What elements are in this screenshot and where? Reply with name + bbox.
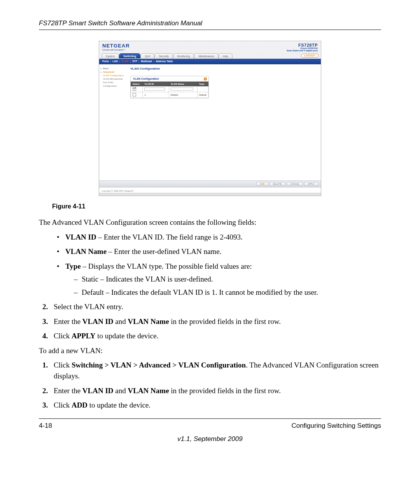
vlan-name-input[interactable] [171, 88, 193, 91]
figure-caption: Figure 4-11 [52, 203, 381, 210]
select-all-checkbox[interactable] [133, 87, 136, 91]
tab-help[interactable]: Help [219, 53, 233, 58]
footer-version: v1.1, September 2009 [39, 435, 381, 443]
subnav-lag[interactable]: LAG [112, 60, 118, 63]
step-a-2: Select the VLAN entry. [50, 301, 381, 312]
type-static: Static – Indicates the VLAN is user-defi… [74, 274, 381, 285]
primary-nav: System Switching QoS Security Monitoring… [99, 52, 321, 59]
table-input-row [131, 86, 208, 92]
page-title: VLAN Configuration [130, 67, 318, 70]
help-icon[interactable]: ? [204, 77, 207, 80]
cell-type: Default [197, 92, 208, 98]
intro-text: The Advanced VLAN Configuration screen c… [39, 217, 381, 228]
subnav-multicast[interactable]: Multicast [141, 60, 152, 63]
action-bar: ADD DELETE CANCEL APPLY [99, 180, 321, 187]
brand-area: NETGEAR Connect with Innovation™ [102, 43, 130, 51]
logout-button[interactable]: LOGOUT [301, 54, 318, 58]
type-default: Default – Indicates the default VLAN ID … [74, 287, 381, 298]
subnav-address-table[interactable]: Address Table [156, 60, 173, 63]
cell-vlan-name: Default [169, 92, 197, 98]
switch-ui-frame: NETGEAR Connect with Innovation™ FS728TP… [99, 41, 321, 196]
table-row: 1 Default Default [131, 92, 208, 98]
cell-vlan-id: 1 [143, 92, 169, 98]
subnav-ports[interactable]: Ports [102, 60, 109, 63]
brand-logo: NETGEAR [102, 43, 130, 49]
vlan-table: Select VLAN ID VLAN Name Type [131, 82, 208, 98]
document-body: The Advanced VLAN Configuration screen c… [39, 217, 381, 411]
model-desc-2: Smart Switch with 4 Gigabit ports [287, 50, 318, 52]
side-basic[interactable]: Basic [100, 67, 128, 70]
tab-system[interactable]: System [102, 53, 119, 58]
side-advanced[interactable]: Advanced [100, 70, 128, 74]
vlan-id-input[interactable] [144, 88, 165, 91]
delete-button[interactable]: DELETE [270, 182, 285, 186]
subnav-vlan[interactable]: VLAN [122, 60, 129, 63]
col-vlan-id: VLAN ID [143, 82, 169, 86]
side-vlan-config[interactable]: VLAN Configuration [100, 74, 128, 77]
col-type: Type [197, 82, 208, 86]
add-button[interactable]: ADD [256, 182, 268, 186]
copyright-text: Copyright © 1996-2007 Netgear® [102, 190, 133, 192]
col-select: Select [131, 82, 143, 86]
step-a-4: Click APPLY to update the device. [50, 331, 381, 341]
field-type: Type – Displays the VLAN type. The possi… [57, 261, 381, 298]
side-nav: Basic Advanced VLAN Configuration VLAN M… [99, 65, 129, 193]
step-a-3: Enter the VLAN ID and VLAN Name in the p… [50, 316, 381, 327]
tab-monitoring[interactable]: Monitoring [173, 53, 194, 58]
panel-title: VLAN Configuration [133, 77, 159, 80]
field-vlan-id: VLAN ID – Enter the VLAN ID. The field r… [57, 232, 381, 243]
tab-qos[interactable]: QoS [140, 53, 154, 58]
side-vlan-membership[interactable]: VLAN Membership [100, 77, 128, 81]
running-header: FS728TP Smart Switch Software Administra… [39, 19, 381, 30]
side-port-pvid[interactable]: Port PVID Configuration [100, 81, 128, 88]
vlan-config-panel: VLAN Configuration ? Select VLAN ID VLAN… [130, 76, 209, 98]
subnav-stp[interactable]: STP [132, 60, 137, 63]
step-b-3: Click ADD to update the device. [50, 400, 381, 411]
add-intro: To add a new VLAN: [39, 345, 381, 356]
cancel-button[interactable]: CANCEL [287, 182, 303, 186]
field-vlan-name: VLAN Name – Enter the user-defined VLAN … [57, 246, 381, 257]
col-vlan-name: VLAN Name [169, 82, 197, 86]
figure-screenshot: NETGEAR Connect with Innovation™ FS728TP… [39, 41, 381, 196]
model-area: FS728TP 24-port 10/100 PoE Smart Switch … [287, 43, 318, 52]
tab-maintenance[interactable]: Maintenance [194, 53, 218, 58]
row-checkbox[interactable] [133, 93, 136, 96]
tab-security[interactable]: Security [154, 53, 173, 58]
step-b-1: Click Switching > VLAN > Advanced > VLAN… [50, 360, 381, 381]
footer-section: Configuring Switching Settings [291, 422, 381, 430]
step-b-2: Enter the VLAN ID and VLAN Name in the p… [50, 385, 381, 396]
tab-switching[interactable]: Switching [119, 53, 140, 58]
secondary-nav: Ports| LAG| VLAN| STP| Multicast| Addres… [99, 59, 321, 64]
brand-tagline: Connect with Innovation™ [102, 49, 130, 51]
apply-button[interactable]: APPLY [304, 182, 318, 186]
page-number: 4-18 [39, 422, 52, 430]
